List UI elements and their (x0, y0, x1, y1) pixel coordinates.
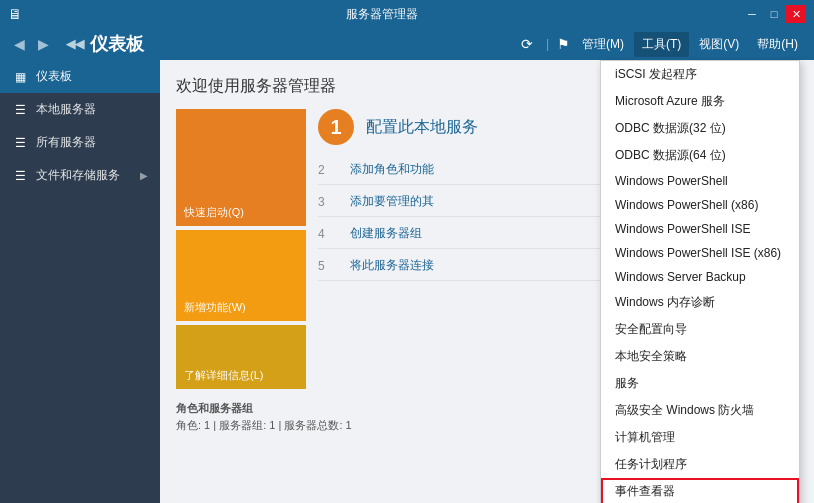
titlebar-left: 🖥 (8, 6, 22, 22)
refresh-button[interactable]: ⟳ (516, 33, 538, 55)
dropdown-item-2[interactable]: ODBC 数据源(32 位) (601, 115, 799, 142)
titlebar: 🖥 服务器管理器 ─ □ ✕ (0, 0, 814, 28)
dashboard-icon: ▦ (12, 69, 28, 85)
menu-tools[interactable]: 工具(T) (634, 32, 689, 57)
tile-quick-start-label: 快速启动(Q) (184, 205, 244, 220)
dropdown-item-11[interactable]: 本地安全策略 (601, 343, 799, 370)
sidebar-item-file-storage[interactable]: ☰ 文件和存储服务 ▶ (0, 159, 160, 192)
sidebar-item-local-server[interactable]: ☰ 本地服务器 (0, 93, 160, 126)
tile-new-features-label: 新增功能(W) (184, 300, 246, 315)
sidebar-item-all-servers[interactable]: ☰ 所有服务器 (0, 126, 160, 159)
dropdown-item-6[interactable]: Windows PowerShell ISE (601, 217, 799, 241)
dropdown-item-14[interactable]: 计算机管理 (601, 424, 799, 451)
tile-quick-start[interactable]: 快速启动(Q) (176, 109, 306, 226)
titlebar-title: 服务器管理器 (22, 6, 742, 23)
dropdown-item-7[interactable]: Windows PowerShell ISE (x86) (601, 241, 799, 265)
item-number-3: 3 (318, 195, 338, 209)
local-server-icon: ☰ (12, 102, 28, 118)
item-link-4[interactable]: 创建服务器组 (350, 225, 422, 242)
menu-help[interactable]: 帮助(H) (749, 32, 806, 57)
sidebar-item-all-servers-label: 所有服务器 (36, 134, 96, 151)
file-storage-icon: ☰ (12, 168, 28, 184)
main-action-title[interactable]: 配置此本地服务 (366, 117, 478, 138)
title-arrows: ◀◀ (66, 37, 84, 51)
dropdown-item-5[interactable]: Windows PowerShell (x86) (601, 193, 799, 217)
sidebar-item-file-storage-label: 文件和存储服务 (36, 167, 120, 184)
sidebar-item-dashboard-label: 仪表板 (36, 68, 72, 85)
all-servers-icon: ☰ (12, 135, 28, 151)
maximize-button[interactable]: □ (764, 5, 784, 23)
page-title: 仪表板 (90, 32, 144, 56)
top-menu: 管理(M) 工具(T) 视图(V) 帮助(H) (574, 32, 806, 57)
menu-view[interactable]: 视图(V) (691, 32, 747, 57)
menu-manage[interactable]: 管理(M) (574, 32, 632, 57)
item-link-3[interactable]: 添加要管理的其 (350, 193, 434, 210)
item-number-4: 4 (318, 227, 338, 241)
sidebar-item-local-server-label: 本地服务器 (36, 101, 96, 118)
tools-dropdown: iSCSI 发起程序Microsoft Azure 服务ODBC 数据源(32 … (600, 60, 800, 503)
forward-button[interactable]: ▶ (32, 33, 54, 55)
sidebar: ▦ 仪表板 ☰ 本地服务器 ☰ 所有服务器 ☰ 文件和存储服务 ▶ (0, 60, 160, 503)
flag-icon: ⚑ (557, 36, 570, 52)
dropdown-item-9[interactable]: Windows 内存诊断 (601, 289, 799, 316)
step-number-1: 1 (318, 109, 354, 145)
back-button[interactable]: ◀ (8, 33, 30, 55)
dropdown-item-10[interactable]: 安全配置向导 (601, 316, 799, 343)
dropdown-item-1[interactable]: Microsoft Azure 服务 (601, 88, 799, 115)
dropdown-item-0[interactable]: iSCSI 发起程序 (601, 61, 799, 88)
item-number-2: 2 (318, 163, 338, 177)
app-icon: 🖥 (8, 6, 22, 22)
tile-learn-more[interactable]: 了解详细信息(L) (176, 325, 306, 389)
tile-learn-more-label: 了解详细信息(L) (184, 368, 263, 383)
tile-new-features[interactable]: 新增功能(W) (176, 230, 306, 321)
dropdown-item-12[interactable]: 服务 (601, 370, 799, 397)
minimize-button[interactable]: ─ (742, 5, 762, 23)
tiles-column: 快速启动(Q) 新增功能(W) 了解详细信息(L) (176, 109, 306, 389)
close-button[interactable]: ✕ (786, 5, 806, 23)
dropdown-item-13[interactable]: 高级安全 Windows 防火墙 (601, 397, 799, 424)
dropdown-item-15[interactable]: 任务计划程序 (601, 451, 799, 478)
file-storage-arrow: ▶ (140, 170, 148, 181)
menubar: ◀ ▶ ◀◀ 仪表板 ⟳ | ⚑ 管理(M) 工具(T) 视图(V) 帮助(H) (0, 28, 814, 60)
item-link-2[interactable]: 添加角色和功能 (350, 161, 434, 178)
dropdown-item-8[interactable]: Windows Server Backup (601, 265, 799, 289)
dropdown-item-16[interactable]: 事件查看器 (601, 478, 799, 503)
nav-buttons: ◀ ▶ (8, 33, 54, 55)
titlebar-controls: ─ □ ✕ (742, 5, 806, 23)
dropdown-item-3[interactable]: ODBC 数据源(64 位) (601, 142, 799, 169)
item-number-5: 5 (318, 259, 338, 273)
menubar-title-area: ◀◀ 仪表板 (66, 32, 144, 56)
dropdown-item-4[interactable]: Windows PowerShell (601, 169, 799, 193)
separator-pipe: | (546, 37, 549, 51)
item-link-5[interactable]: 将此服务器连接 (350, 257, 434, 274)
sidebar-item-dashboard[interactable]: ▦ 仪表板 (0, 60, 160, 93)
